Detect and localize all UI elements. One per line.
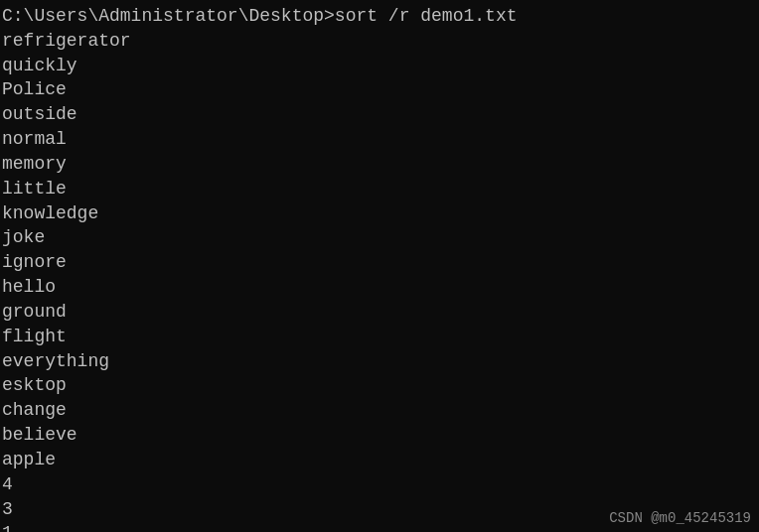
terminal-line: esktop	[0, 373, 759, 398]
terminal-line: memory	[0, 152, 759, 177]
terminal-line: Police	[0, 77, 759, 102]
terminal-line: believe	[0, 423, 759, 448]
terminal-window: C:\Users\Administrator\Desktop>sort /r d…	[0, 0, 759, 532]
terminal-line: 4	[0, 472, 759, 497]
terminal-line: ignore	[0, 250, 759, 275]
watermark: CSDN @m0_45245319	[609, 510, 751, 526]
terminal-line: outside	[0, 102, 759, 127]
terminal-line: ground	[0, 300, 759, 325]
terminal-line: quickly	[0, 54, 759, 78]
terminal-line: knowledge	[0, 201, 759, 226]
terminal-line: C:\Users\Administrator\Desktop>sort /r d…	[0, 4, 759, 29]
terminal-line: apple	[0, 448, 759, 472]
terminal-line: refrigerator	[0, 29, 759, 54]
terminal-line: everything	[0, 349, 759, 374]
terminal-line: joke	[0, 225, 759, 250]
terminal-line: little	[0, 177, 759, 201]
terminal-line: hello	[0, 275, 759, 300]
terminal-line: change	[0, 398, 759, 423]
terminal-line: normal	[0, 127, 759, 152]
terminal-line: flight	[0, 325, 759, 349]
